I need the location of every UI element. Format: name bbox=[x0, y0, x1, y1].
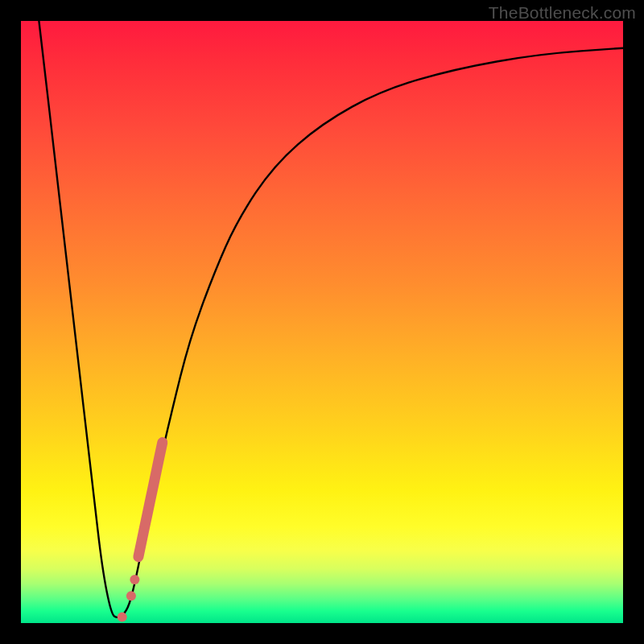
marker-dot-2 bbox=[130, 575, 139, 584]
watermark-text: TheBottleneck.com bbox=[489, 3, 636, 23]
chart-svg bbox=[21, 21, 623, 623]
chart-plot-area bbox=[21, 21, 623, 623]
bottleneck-curve bbox=[39, 21, 623, 617]
marker-thick-segment bbox=[138, 443, 163, 557]
chart-frame: TheBottleneck.com bbox=[0, 0, 644, 644]
marker-dot-1 bbox=[126, 591, 136, 601]
marker-dot-3 bbox=[118, 613, 127, 622]
marker-dots bbox=[118, 575, 140, 621]
